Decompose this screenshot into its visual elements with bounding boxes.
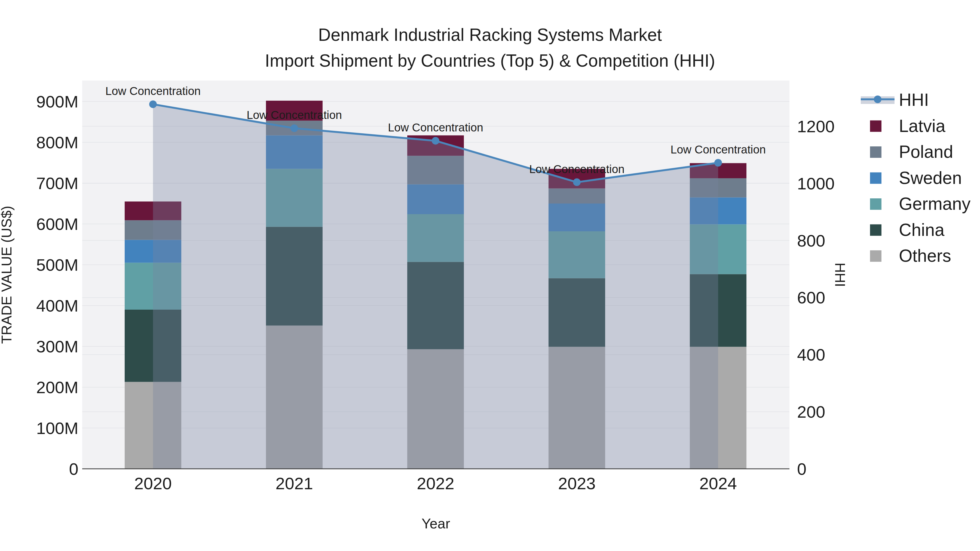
legend-item-china[interactable]: China: [870, 220, 945, 240]
x-tick-2024: 2024: [699, 474, 737, 493]
legend-item-poland[interactable]: Poland: [870, 142, 953, 162]
y-left-tick-800M: 800M: [36, 133, 78, 152]
x-tick-2021: 2021: [275, 474, 313, 493]
x-tick-2020: 2020: [134, 474, 172, 493]
y-left-tick-900M: 900M: [36, 92, 78, 111]
y-left-tick-0: 0: [69, 460, 78, 478]
legend-swatch-latvia: [870, 121, 881, 132]
legend-item-germany[interactable]: Germany: [870, 194, 970, 214]
annotation-low-concentration-2023: Low Concentration: [529, 163, 624, 176]
hhi-marker-2020: [149, 100, 157, 108]
legend-item-hhi[interactable]: HHI: [861, 90, 929, 110]
legend: HHILatviaPolandSwedenGermanyChinaOthers: [861, 90, 970, 265]
y-left-tick-100M: 100M: [36, 419, 78, 438]
annotation-low-concentration-2020: Low Concentration: [105, 85, 200, 97]
hhi-marker-2022: [432, 137, 439, 144]
y-left-axis-title: TRADE VALUE (US$): [0, 206, 14, 344]
hhi-marker-2021: [290, 124, 298, 132]
x-tick-2022: 2022: [417, 474, 454, 493]
y-left-tick-labels: 0100M200M300M400M500M600M700M800M900M: [36, 92, 78, 478]
chart-title-line-1: Denmark Industrial Racking Systems Marke…: [318, 25, 662, 44]
y-right-tick-labels: 020040060080010001200: [797, 117, 835, 478]
legend-label-latvia: Latvia: [899, 116, 945, 136]
annotation-low-concentration-2022: Low Concentration: [388, 121, 483, 134]
y-left-tick-700M: 700M: [36, 174, 78, 193]
y-right-tick-1000: 1000: [797, 174, 835, 193]
legend-label-germany: Germany: [899, 194, 970, 214]
y-left-tick-200M: 200M: [36, 378, 78, 397]
y-left-tick-300M: 300M: [36, 337, 78, 356]
annotation-low-concentration-2021: Low Concentration: [247, 109, 342, 121]
y-right-tick-600: 600: [797, 288, 825, 307]
y-left-tick-400M: 400M: [36, 296, 78, 315]
chart-page: 0100M200M300M400M500M600M700M800M900M 02…: [0, 0, 980, 551]
y-right-tick-1200: 1200: [797, 117, 835, 136]
y-right-tick-400: 400: [797, 345, 825, 364]
legend-item-latvia[interactable]: Latvia: [870, 116, 945, 136]
x-tick-2023: 2023: [558, 474, 596, 493]
legend-label-china: China: [899, 220, 945, 240]
legend-swatch-china: [870, 224, 881, 236]
y-left-tick-600M: 600M: [36, 215, 78, 233]
y-right-tick-200: 200: [797, 402, 825, 421]
stacked-bar-hhi-chart: 0100M200M300M400M500M600M700M800M900M 02…: [0, 0, 980, 551]
legend-label-hhi: HHI: [899, 90, 929, 110]
legend-label-poland: Poland: [899, 142, 953, 162]
legend-swatch-sweden: [870, 173, 881, 184]
legend-swatch-poland: [870, 146, 881, 158]
legend-swatch-others: [870, 250, 881, 262]
legend-swatch-germany: [870, 198, 881, 210]
chart-title-line-2: Import Shipment by Countries (Top 5) & C…: [265, 51, 715, 70]
y-right-axis-title: HHI: [832, 263, 848, 287]
legend-item-others[interactable]: Others: [870, 246, 951, 265]
x-tick-labels: 20202021202220232024: [134, 474, 737, 493]
y-left-tick-500M: 500M: [36, 256, 78, 274]
legend-label-sweden: Sweden: [899, 168, 962, 188]
hhi-marker-2024: [714, 159, 722, 167]
legend-label-others: Others: [899, 246, 951, 265]
legend-item-sweden[interactable]: Sweden: [870, 168, 962, 188]
legend-hhi-marker-swatch: [874, 95, 881, 103]
x-axis-title: Year: [422, 516, 450, 531]
annotation-low-concentration-2024: Low Concentration: [670, 143, 766, 156]
y-right-tick-800: 800: [797, 231, 825, 250]
y-right-tick-0: 0: [797, 460, 806, 478]
hhi-marker-2023: [573, 178, 581, 186]
